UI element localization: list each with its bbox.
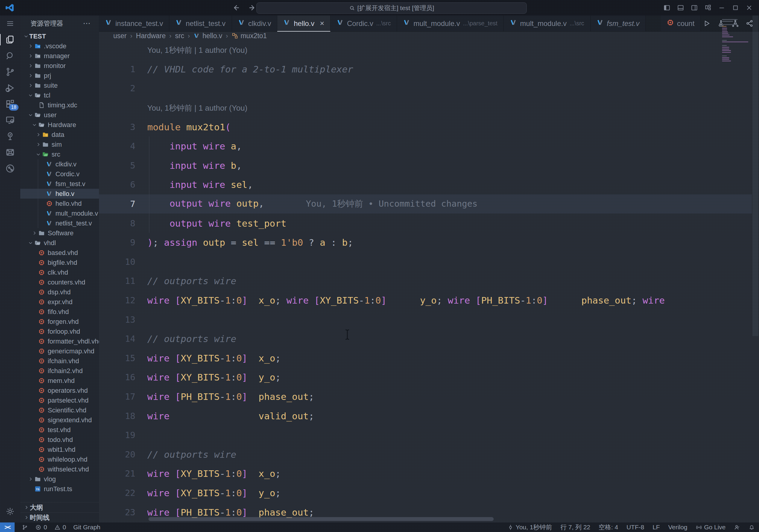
search-icon[interactable] [0,48,20,64]
go-live[interactable]: Go Live [696,524,726,531]
tree-item-counters.vhd[interactable]: counters.vhd [20,277,99,287]
git-graph-view-icon[interactable] [0,160,20,177]
code-text[interactable]: wire [XY_BITS-1:0] x_o; [147,353,281,363]
tree-item-data[interactable]: data [20,130,99,140]
nav-back-icon[interactable] [232,4,240,12]
code-text[interactable]: wire [XY_BITS-1:0] x_o; wire [XY_BITS-1:… [147,295,665,306]
tree-item-Hardware[interactable]: Hardware [20,120,99,130]
line-number[interactable]: 17 [99,391,147,402]
line-number[interactable]: 22 [99,488,147,498]
line-number[interactable]: 4 [99,141,147,151]
breadcrumb-item-mux2to1[interactable]: mux2to1 [232,32,267,40]
line-number[interactable]: 1 [99,64,147,74]
line-number[interactable]: 10 [99,257,147,267]
code-text[interactable]: output wire test_port [147,218,287,229]
indentation[interactable]: 空格: 4 [599,523,618,531]
tree-item-manager[interactable]: manager [20,51,99,61]
line-number[interactable]: 23 [99,507,147,517]
horizontal-scrollbar[interactable] [148,517,494,521]
tree-item-withselect.vhd[interactable]: withselect.vhd [20,464,99,474]
tree-item-user[interactable]: user [20,110,99,120]
tree-item-mult_module.v[interactable]: mult_module.v [20,208,99,218]
code-text[interactable]: // outports wire [147,449,236,460]
git-graph-status[interactable]: Git Graph [73,524,100,531]
code-text[interactable]: // outports wire [147,333,236,344]
line-number[interactable]: 8 [99,218,147,228]
tab-clkdiv.v[interactable]: clkdiv.v [232,16,278,31]
tree-item-mem.vhd[interactable]: mem.vhd [20,376,99,386]
vertical-scrollbar[interactable] [752,16,758,336]
tree-item-Software[interactable]: Software [20,228,99,238]
source-control-icon[interactable] [0,64,20,80]
gitlens-blame-text[interactable]: You, 1秒钟前 | 1 author (You) [147,102,247,113]
explorer-icon[interactable] [0,32,20,48]
code-text[interactable]: wire [XY_BITS-1:0] y_o; [147,488,281,498]
tree-item-bigfile.vhd[interactable]: bigfile.vhd [20,258,99,267]
breadcrumb-item-user[interactable]: user [113,32,127,40]
problems-warnings[interactable]: 0 [54,524,66,531]
chevron-right-icon[interactable] [27,63,34,68]
line-number[interactable]: 9 [99,237,147,248]
tree-item-monitor[interactable]: monitor [20,61,99,71]
tree-item-forgen.vhd[interactable]: forgen.vhd [20,317,99,327]
tree-item-vhdl[interactable]: vhdl [20,238,99,248]
tree-item-test.vhd[interactable]: test.vhd [20,425,99,435]
tab-fsm_test.v[interactable]: fsm_test.v [590,16,646,31]
line-number[interactable]: 19 [99,430,147,440]
code-text[interactable]: wire [XY_BITS-1:0] x_o; [147,468,281,479]
command-center-search[interactable]: [扩展开发宿主] test [管理员] [257,2,527,14]
line-number[interactable]: 11 [99,276,147,286]
line-number[interactable]: 6 [99,180,147,190]
chevron-down-icon[interactable] [27,93,34,98]
tree-root-test[interactable]: TEST [20,31,99,41]
code-text[interactable]: output wire outp,You, 1秒钟前 • Uncommitted… [147,198,478,210]
blame-status[interactable]: You, 1秒钟前 [507,523,552,531]
chevron-down-icon[interactable] [35,151,41,157]
line-number[interactable]: 21 [99,469,147,479]
tree-item-hello.vhd[interactable]: hello.vhd [20,199,99,208]
chevron-down-icon[interactable] [27,240,34,246]
code-text[interactable]: wire [PH_BITS-1:0] phase_out; [147,507,314,518]
tree-item-Scientific.vhd[interactable]: Scientific.vhd [20,405,99,415]
tree-item-prj[interactable]: prj [20,71,99,81]
chevron-right-icon[interactable] [27,83,34,88]
remote-explorer-icon[interactable] [0,112,20,128]
tree-item-clk.vhd[interactable]: clk.vhd [20,267,99,277]
code-text[interactable]: wire [PH_BITS-1:0] phase_out; [147,391,314,402]
tree-item-partselect.vhd[interactable]: partselect.vhd [20,395,99,405]
minimize-button[interactable] [715,0,729,16]
remote-indicator[interactable]: >< [0,522,15,532]
customize-layout-button[interactable] [701,0,715,16]
tree-item-based.vhd[interactable]: based.vhd [20,248,99,258]
tab-hello.v[interactable]: hello.v× [277,16,331,31]
code-text[interactable]: input wire a, [147,141,242,151]
chevron-right-icon[interactable] [35,132,41,138]
tab-mult_module.v[interactable]: mult_module.v...\src [504,16,590,31]
sidebar-section-timeline[interactable]: 时间线 [20,512,99,522]
line-number[interactable]: 3 [99,122,147,132]
toggle-panel-button[interactable] [674,0,688,16]
code-text[interactable]: module mux2to1( [147,122,231,132]
tree-item-suite[interactable]: suite [20,81,99,90]
tree-item-forloop.vhd[interactable]: forloop.vhd [20,327,99,336]
tree-item-expr.vhd[interactable]: expr.vhd [20,297,99,307]
chevron-right-icon[interactable] [27,53,34,59]
line-number[interactable]: 20 [99,449,147,460]
tree-item-src[interactable]: </>src [20,149,99,159]
tree-item-whileloop.vhd[interactable]: whileloop.vhd [20,455,99,464]
board-view-icon[interactable] [0,144,20,160]
feedback[interactable] [734,524,740,530]
gitlens-blame-text[interactable]: You, 1秒钟前 | 1 author (You) [147,44,247,56]
tree-item-ifchain.vhd[interactable]: ifchain.vhd [20,356,99,366]
tree-item-dsp.vhd[interactable]: dsp.vhd [20,287,99,297]
close-button[interactable] [742,0,756,16]
sidebar-section-outline[interactable]: 大纲 [20,502,99,512]
chevron-right-icon[interactable] [27,476,34,482]
chevron-right-icon[interactable] [27,73,34,78]
line-number[interactable]: 13 [99,315,147,325]
line-number[interactable]: 16 [99,372,147,382]
explorer-more-actions-icon[interactable]: ⋯ [83,19,91,28]
chevron-down-icon[interactable] [27,112,34,118]
run-button[interactable] [701,18,713,29]
line-number[interactable]: 14 [99,334,147,344]
